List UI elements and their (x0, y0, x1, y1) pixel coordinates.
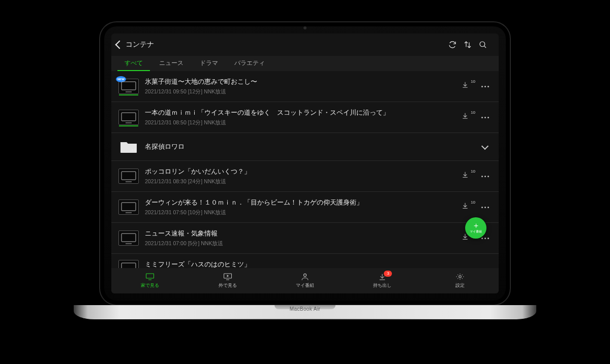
folder-icon (118, 139, 139, 154)
item-meta: ミミフリーズ「ハスのはのヒミツ」 (145, 260, 491, 268)
download-button[interactable]: 10 (461, 202, 472, 213)
gear-icon (455, 273, 465, 281)
list-item[interactable]: ニュース速報・気象情報 2021/12/31 07:00 [5分] NNK放送 … (111, 223, 499, 254)
more-button[interactable] (479, 81, 491, 92)
item-meta: ポッコロリン「かいだんいくつ？」 2021/12/31 08:30 [24分] … (145, 167, 455, 185)
back-label: コンテナ (126, 40, 154, 49)
nav-takeout[interactable]: 3 持ち出し (344, 268, 421, 293)
svg-rect-5 (121, 172, 136, 180)
svg-point-19 (459, 276, 462, 278)
chevron-down-icon (481, 142, 489, 149)
person-icon (300, 273, 310, 281)
nav-outside[interactable]: 外で見る (189, 268, 266, 293)
svg-rect-11 (121, 263, 136, 268)
thumbnail (118, 260, 139, 268)
list-item[interactable]: ダーウィンが来る！１０ｍｉｎ．「目からビーム！トカゲの仰天護身術」 2021/1… (111, 192, 499, 223)
download-button[interactable]: 10 (461, 171, 472, 182)
list-item[interactable]: NEW 氷菓子街道〜大地の恵みで町おこし〜 2021/12/31 09:50 [… (111, 71, 499, 102)
list-item[interactable]: 一本の道ｍｉｍｉ「ウイスキーの道をゆく スコットランド・スペイ川に沿って」 20… (111, 102, 499, 133)
nav-label: 外で見る (219, 282, 237, 289)
item-actions (479, 141, 491, 152)
chevron-left-icon (115, 41, 124, 49)
svg-rect-9 (121, 234, 136, 242)
download-badge: 10 (471, 79, 475, 84)
more-button[interactable] (479, 171, 491, 182)
program-list[interactable]: NEW 氷菓子街道〜大地の恵みで町おこし〜 2021/12/31 09:50 [… (111, 71, 499, 268)
nav-badge: 3 (384, 271, 392, 277)
download-icon (461, 171, 469, 179)
more-button[interactable] (479, 202, 491, 213)
fab-add-my-program[interactable]: ＋ マイ番組 (465, 217, 486, 239)
download-icon (461, 81, 469, 89)
list-item[interactable]: ミミフリーズ「ハスのはのヒミツ」 (111, 254, 499, 268)
svg-marker-16 (227, 275, 229, 277)
tab-drama[interactable]: ドラマ (193, 56, 225, 71)
laptop-frame: コンテナ すべて ニュース ドラマ バラエティ (74, 21, 536, 345)
download-badge: 10 (471, 169, 475, 174)
item-meta: ニュース速報・気象情報 2021/12/31 07:00 [5分] NNK放送 (145, 229, 455, 247)
nav-label: 設定 (455, 282, 465, 289)
svg-rect-3 (121, 113, 136, 121)
more-button[interactable] (479, 112, 491, 123)
list-item[interactable]: ポッコロリン「かいだんいくつ？」 2021/12/31 08:30 [24分] … (111, 161, 499, 192)
download-button[interactable]: 10 (461, 81, 472, 92)
download-icon (461, 112, 469, 120)
device-label: MacBook Air (74, 306, 536, 312)
svg-rect-1 (121, 82, 136, 90)
fab-label: マイ番組 (470, 229, 482, 234)
tv-icon (120, 202, 137, 214)
tab-label: バラエティ (234, 59, 265, 67)
folder-thumbnail: 12 (118, 139, 139, 154)
tab-label: すべて (125, 59, 143, 67)
sort-button[interactable] (460, 37, 475, 52)
laptop-lid: コンテナ すべて ニュース ドラマ バラエティ (99, 21, 511, 306)
item-actions: 10 (461, 81, 491, 92)
tab-label: ドラマ (200, 59, 218, 67)
thumbnail: NEW (118, 79, 139, 94)
expand-button[interactable] (479, 141, 491, 152)
item-meta: ダーウィンが来る！１０ｍｉｎ．「目からビーム！トカゲの仰天護身術」 2021/1… (145, 198, 455, 216)
item-meta: 一本の道ｍｉｍｉ「ウイスキーの道をゆく スコットランド・スペイ川に沿って」 20… (145, 108, 455, 126)
search-button[interactable] (475, 37, 491, 52)
tv-play-icon (223, 273, 232, 281)
download-badge: 10 (471, 110, 475, 115)
item-actions: 10 (461, 112, 491, 123)
tab-variety[interactable]: バラエティ (227, 56, 272, 71)
tv-icon (120, 81, 137, 93)
list-folder[interactable]: 12 名探偵ロワロ (111, 133, 499, 161)
svg-rect-13 (146, 274, 154, 278)
item-title: ダーウィンが来る！１０ｍｉｎ．「目からビーム！トカゲの仰天護身術」 (145, 198, 455, 207)
tv-icon (120, 112, 137, 124)
back-button[interactable]: コンテナ (116, 40, 154, 49)
refresh-button[interactable] (445, 37, 460, 52)
bottom-nav: 家で見る 外で見る マイ番組 3 持ち出し 設定 (111, 268, 499, 293)
tab-news[interactable]: ニュース (152, 56, 191, 71)
progress-bar (119, 94, 138, 95)
download-button[interactable]: 10 (461, 112, 472, 123)
app-screen: コンテナ すべて ニュース ドラマ バラエティ (111, 34, 499, 293)
thumbnail (118, 230, 139, 246)
svg-point-0 (480, 42, 485, 47)
plus-icon: ＋ (472, 221, 480, 229)
nav-home[interactable]: 家で見る (111, 268, 189, 293)
search-icon (478, 40, 487, 49)
item-title: 氷菓子街道〜大地の恵みで町おこし〜 (145, 77, 455, 86)
camera-dot (303, 26, 307, 29)
item-title: 一本の道ｍｉｍｉ「ウイスキーの道をゆく スコットランド・スペイ川に沿って」 (145, 108, 455, 117)
nav-settings[interactable]: 設定 (421, 268, 499, 293)
item-subtitle: 2021/12/31 07:50 [10分] NNK放送 (145, 209, 455, 216)
item-title: ポッコロリン「かいだんいくつ？」 (145, 167, 455, 176)
thumbnail (118, 200, 139, 215)
item-subtitle: 2021/12/31 08:50 [12分] NNK放送 (145, 119, 455, 126)
tab-all[interactable]: すべて (117, 56, 150, 71)
item-actions: 10 (461, 202, 491, 213)
item-title: ミミフリーズ「ハスのはのヒミツ」 (145, 260, 491, 268)
download-icon (461, 202, 469, 210)
item-meta: 氷菓子街道〜大地の恵みで町おこし〜 2021/12/31 09:50 [12分]… (145, 77, 455, 95)
nav-label: 家で見る (141, 282, 159, 289)
thumbnail (118, 110, 139, 125)
sort-icon (463, 40, 472, 49)
item-meta: 名探偵ロワロ (145, 142, 473, 151)
tv-icon (120, 262, 137, 268)
nav-my-program[interactable]: マイ番組 (266, 268, 344, 293)
